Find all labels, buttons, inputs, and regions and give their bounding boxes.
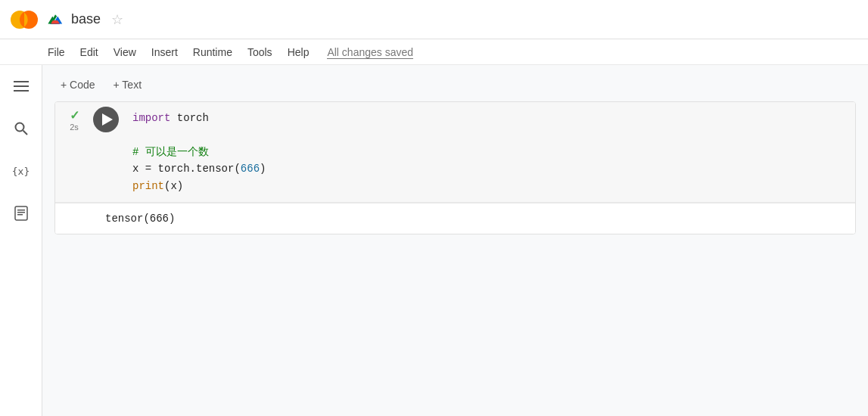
svg-rect-10 xyxy=(17,212,25,213)
code-line-5: print(x) xyxy=(132,178,846,194)
cell-header: ✓ 2s import torch # 可以是一个数 x = torch.ten… xyxy=(55,102,855,203)
cell-output: tensor(666) xyxy=(55,203,855,234)
svg-rect-8 xyxy=(15,206,27,220)
star-icon[interactable]: ☆ xyxy=(111,11,123,28)
menu-runtime[interactable]: Runtime xyxy=(187,43,238,61)
colab-logo xyxy=(9,5,39,35)
main: {x} + Code + Text ✓ 2s import torch xyxy=(0,65,868,416)
svg-rect-5 xyxy=(14,90,29,92)
svg-line-7 xyxy=(23,131,27,135)
svg-rect-11 xyxy=(17,214,23,216)
notebook-title[interactable]: base xyxy=(71,11,101,27)
svg-rect-4 xyxy=(14,85,29,87)
cell-toolbar: + Code + Text xyxy=(42,71,868,98)
sidebar-search-icon[interactable] xyxy=(8,115,35,142)
menu-edit[interactable]: Edit xyxy=(74,43,104,61)
code-line-1: import torch xyxy=(132,110,846,126)
run-cell-button[interactable] xyxy=(93,107,119,132)
menu-file[interactable]: File xyxy=(42,43,71,61)
svg-rect-3 xyxy=(14,81,29,82)
sidebar-files-icon[interactable] xyxy=(8,200,35,227)
topbar: base ☆ xyxy=(0,0,868,39)
menu-tools[interactable]: Tools xyxy=(241,43,278,61)
menubar: File Edit View Insert Runtime Tools Help… xyxy=(0,39,868,65)
sidebar-menu-icon[interactable] xyxy=(8,73,35,100)
menu-view[interactable]: View xyxy=(107,43,142,61)
svg-point-6 xyxy=(15,123,23,132)
cell-check-icon: ✓ xyxy=(70,108,79,123)
drive-icon xyxy=(47,11,64,28)
code-line-2 xyxy=(132,126,846,143)
add-code-button[interactable]: + Code xyxy=(54,76,101,94)
menu-help[interactable]: Help xyxy=(282,43,316,61)
code-cell: ✓ 2s import torch # 可以是一个数 x = torch.ten… xyxy=(54,101,856,234)
cell-exec-time: 2s xyxy=(70,123,79,132)
add-text-button[interactable]: + Text xyxy=(107,76,148,94)
sidebar-variables-icon[interactable]: {x} xyxy=(8,157,35,185)
code-line-3: # 可以是一个数 xyxy=(132,144,846,160)
code-line-4: x = torch.tensor(666) xyxy=(132,160,846,177)
menu-insert[interactable]: Insert xyxy=(145,43,184,61)
content-area: + Code + Text ✓ 2s import torch # 可以是一个数… xyxy=(42,65,868,416)
svg-rect-9 xyxy=(17,210,25,211)
sidebar: {x} xyxy=(0,65,42,416)
output-text: tensor(666) xyxy=(105,213,175,225)
code-editor[interactable]: import torch # 可以是一个数 x = torch.tensor(6… xyxy=(123,102,855,202)
saved-status: All changes saved xyxy=(327,46,413,58)
svg-point-1 xyxy=(20,11,38,29)
cell-status: ✓ 2s xyxy=(55,102,93,138)
